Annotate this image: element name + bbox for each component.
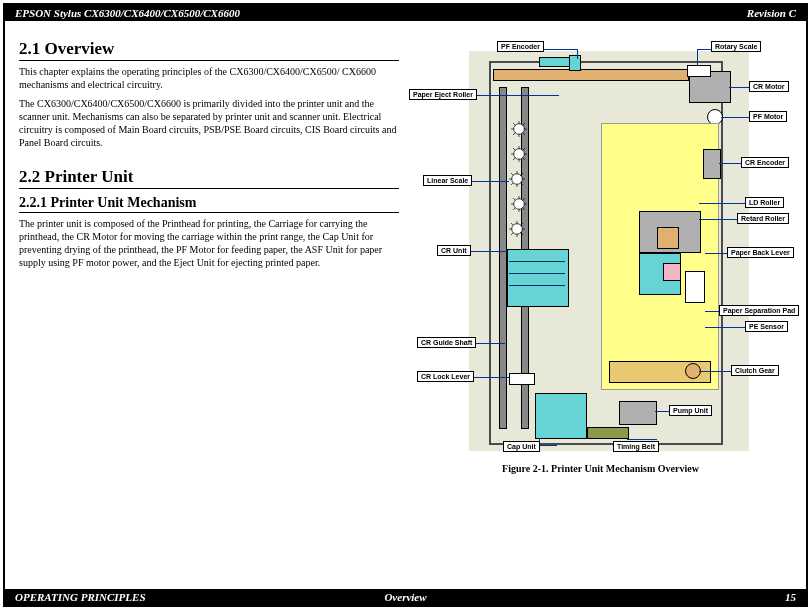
svg-line-8 [522,123,525,126]
rotary-scale-part [687,65,711,77]
sep-pad-part [685,271,705,303]
cap-unit-part [535,393,587,439]
cr-line [509,261,565,262]
timing-belt-part [587,427,629,439]
label-cr-motor: CR Motor [749,81,789,92]
label-cr-encoder: CR Encoder [741,157,789,168]
section-2-2-1-p1: The printer unit is composed of the Prin… [19,217,399,269]
label-ld-roller: LD Roller [745,197,784,208]
label-clutch-gear: Clutch Gear [731,365,779,376]
section-2-1-p2: The CX6300/CX6400/CX6500/CX6600 is prima… [19,97,399,149]
leader-line [469,251,507,252]
footer-bar: OPERATING PRINCIPLES Overview 15 [5,589,806,605]
encoder-cap [569,55,581,71]
header-right: Revision C [747,7,796,19]
document-page: EPSON Stylus CX6300/CX6400/CX6500/CX6600… [3,3,808,607]
label-pf-motor: PF Motor [749,111,787,122]
leader-line [469,377,509,378]
text-column: 2.1 Overview This chapter explains the o… [19,31,399,474]
top-roller [493,69,689,81]
label-cr-guide-shaft: CR Guide Shaft [417,337,476,348]
leader-line [469,95,559,96]
svg-line-7 [513,132,516,135]
section-2-1-title: 2.1 Overview [19,39,399,61]
label-linear-scale: Linear Scale [423,175,472,186]
pf-encoder-part [539,57,571,67]
cr-line [509,273,565,274]
lock-lever-part [509,373,535,385]
cr-unit-part [507,249,569,307]
footer-left: OPERATING PRINCIPLES [15,591,146,603]
leader-line [627,439,657,440]
label-rotary-scale: Rotary Scale [711,41,761,52]
section-2-1-p1: This chapter explains the operating prin… [19,65,399,91]
section-2-2-title: 2.2 Printer Unit [19,167,399,189]
label-pe-sensor: PE Sensor [745,321,788,332]
gear-icon [511,196,527,212]
svg-line-25 [511,182,514,185]
figure-caption: Figure 2-1. Printer Unit Mechanism Overv… [409,463,792,474]
svg-line-43 [511,232,514,235]
section-2-2-1-title: 2.2.1 Printer Unit Mechanism [19,195,399,213]
svg-line-26 [520,173,523,176]
svg-line-6 [522,132,525,135]
roller-a [657,227,679,249]
svg-line-24 [520,182,523,185]
label-paper-eject-roller: Paper Eject Roller [409,89,477,100]
gear-icon [511,146,527,162]
pump-unit-part [619,401,657,425]
label-paper-separation-pad: Paper Separation Pad [719,305,799,316]
label-paper-back-lever: Paper Back Lever [727,247,794,258]
label-timing-belt: Timing Belt [613,441,659,452]
leader-line [539,445,557,446]
leader-line [577,49,578,59]
label-cr-unit: CR Unit [437,245,471,256]
svg-line-5 [513,123,516,126]
svg-line-16 [513,157,516,160]
svg-line-35 [522,198,525,201]
svg-line-17 [522,148,525,151]
label-cap-unit: Cap Unit [503,441,540,452]
roller-b [663,263,681,281]
leader-line [469,181,509,182]
content-area: 2.1 Overview This chapter explains the o… [5,21,806,474]
svg-line-42 [520,232,523,235]
footer-right: 15 [785,591,796,603]
label-retard-roller: Retard Roller [737,213,789,224]
cr-line [509,285,565,286]
footer-center: Overview [384,591,426,603]
label-pf-encoder: PF Encoder [497,41,544,52]
leader-line [697,49,698,65]
svg-line-44 [520,223,523,226]
figure-column: PF Encoder Paper Eject Roller Linear Sca… [409,31,792,474]
svg-line-14 [513,148,516,151]
gear-icon [509,171,525,187]
svg-line-23 [511,173,514,176]
gear-icon [509,221,525,237]
label-pump-unit: Pump Unit [669,405,712,416]
svg-line-33 [522,207,525,210]
printer-diagram: PF Encoder Paper Eject Roller Linear Sca… [409,31,779,461]
svg-line-34 [513,207,516,210]
svg-line-41 [511,223,514,226]
svg-line-32 [513,198,516,201]
header-bar: EPSON Stylus CX6300/CX6400/CX6500/CX6600… [5,5,806,21]
gear-icon [511,121,527,137]
label-cr-lock-lever: CR Lock Lever [417,371,474,382]
svg-line-15 [522,157,525,160]
cr-encoder-part [703,149,721,179]
header-left: EPSON Stylus CX6300/CX6400/CX6500/CX6600 [15,7,240,19]
